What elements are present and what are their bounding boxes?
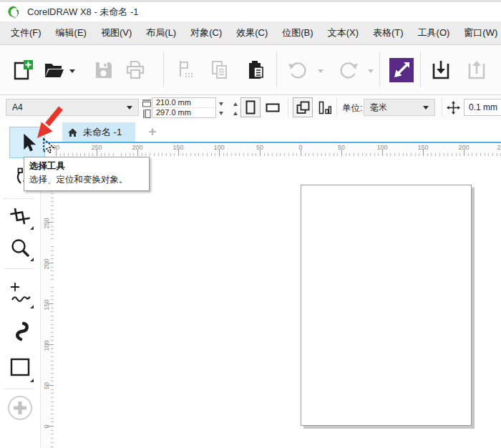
toolbox-separator <box>4 268 34 269</box>
ruler-label: 200 <box>127 144 148 151</box>
copy-button[interactable] <box>206 57 233 84</box>
open-button[interactable] <box>40 57 67 84</box>
freehand-tool-icon <box>9 281 31 306</box>
redo-dropdown-caret[interactable] <box>366 67 375 75</box>
ruler-label: 200 <box>453 144 475 151</box>
tooltip-description: 选择、定位和变换对象。 <box>29 173 144 187</box>
document-tab-bar: 未命名 -1 + <box>41 120 501 142</box>
current-page-size-button[interactable] <box>315 97 335 117</box>
menu-item-text[interactable]: 文本(X) <box>328 26 359 39</box>
freehand-tool-button[interactable] <box>6 278 34 309</box>
ruler-label: 0 <box>290 144 311 151</box>
ruler-label: 100 <box>371 144 393 151</box>
redo-button[interactable] <box>335 57 362 84</box>
paste-button[interactable] <box>242 57 269 84</box>
menu-item-window[interactable]: 窗口(W) <box>464 26 497 39</box>
menu-item-layout[interactable]: 布局(L) <box>146 26 176 39</box>
flyout-indicator <box>30 258 34 261</box>
rectangle-tool-button[interactable] <box>6 351 34 383</box>
portrait-icon <box>245 100 256 115</box>
export-icon <box>464 58 489 82</box>
menu-item-edit[interactable]: 编辑(E) <box>56 26 87 39</box>
menu-item-file[interactable]: 文件(F) <box>11 26 42 39</box>
nudge-distance-value: 0.1 mm <box>469 102 497 112</box>
horizontal-ruler[interactable]: 00 250 200 150 100 50 0 50 100 150 200 2 <box>54 143 501 156</box>
rectangle-tool-icon <box>9 355 31 379</box>
artistic-media-tool-button[interactable] <box>6 316 34 347</box>
ruler-label: 50 <box>249 144 271 151</box>
page-height-spinner[interactable] <box>219 109 238 117</box>
ruler-label: 200 <box>41 253 52 276</box>
menu-item-table[interactable]: 表格(T) <box>373 26 404 39</box>
undo-dropdown-caret[interactable] <box>316 67 325 75</box>
page-height-field[interactable]: 297.0 mm <box>152 108 215 117</box>
print-icon <box>123 58 147 82</box>
toolbar-separator <box>379 52 380 87</box>
page-bars-icon <box>318 101 331 115</box>
menu-item-effects[interactable]: 效果(C) <box>236 26 268 39</box>
home-icon <box>67 127 78 137</box>
chevron-down-icon <box>423 106 429 109</box>
pick-tool-button[interactable] <box>9 127 45 158</box>
drawing-canvas[interactable] <box>54 156 501 448</box>
chevron-down-icon <box>127 106 132 109</box>
zoom-tool-button[interactable] <box>6 233 34 262</box>
import-button[interactable] <box>427 57 454 84</box>
flyout-indicator <box>30 305 34 308</box>
portrait-orientation-button[interactable] <box>240 97 261 117</box>
toolbox-separator <box>4 389 34 389</box>
units-value: 毫米 <box>370 102 387 114</box>
menu-item-view[interactable]: 视图(V) <box>101 26 132 39</box>
new-document-button[interactable] <box>9 57 36 84</box>
flyout-indicator <box>30 379 34 382</box>
save-button[interactable] <box>90 57 117 84</box>
tooltip-title: 选择工具 <box>29 160 144 173</box>
landscape-orientation-button[interactable] <box>263 97 283 117</box>
menu-item-object[interactable]: 对象(C) <box>190 26 222 39</box>
property-bar: A4 210.0 mm 297.0 mm <box>0 95 501 121</box>
open-dropdown-caret[interactable] <box>68 67 77 75</box>
menu-item-bitmaps[interactable]: 位图(B) <box>282 26 313 39</box>
units-dropdown[interactable]: 毫米 <box>364 99 435 116</box>
crop-tool-button[interactable] <box>6 202 34 230</box>
ruler-label: 150 <box>167 144 189 151</box>
new-tab-button[interactable]: + <box>143 124 162 140</box>
save-icon <box>92 58 116 82</box>
page-dimensions-box: 210.0 mm 297.0 mm <box>152 97 216 118</box>
document-tab-active[interactable]: 未命名 -1 <box>62 122 135 142</box>
search-content-icon <box>389 57 414 83</box>
propbar-separator <box>288 98 288 117</box>
vertical-ruler[interactable]: 250 200 150 100 50 0 <box>41 156 54 448</box>
artistic-media-tool-icon <box>9 319 31 344</box>
ruler-label: 150 <box>412 144 434 151</box>
page-width-field[interactable]: 210.0 mm <box>152 98 215 107</box>
page-height-icon <box>143 109 151 119</box>
cut-button[interactable] <box>172 57 199 84</box>
document-page[interactable] <box>301 185 472 426</box>
export-button[interactable] <box>463 57 490 84</box>
paste-icon <box>243 58 268 82</box>
toolbar-separator <box>276 52 277 87</box>
menu-item-tools[interactable]: 工具(O) <box>418 26 450 39</box>
document-tab-label: 未命名 -1 <box>83 126 122 139</box>
add-tools-button[interactable] <box>6 392 34 424</box>
ruler-label: 2 <box>488 144 501 151</box>
cut-icon <box>173 58 198 82</box>
import-icon <box>429 58 453 82</box>
ruler-label: 250 <box>41 212 52 235</box>
menu-bar: 文件(F) 编辑(E) 视图(V) 布局(L) 对象(C) 效果(C) 位图(B… <box>0 21 501 45</box>
search-content-button[interactable] <box>388 57 415 84</box>
page-width-spinner[interactable] <box>219 99 238 108</box>
propbar-separator <box>442 98 442 117</box>
undo-button[interactable] <box>284 57 311 84</box>
pick-tool-icon <box>17 132 37 152</box>
landscape-icon <box>266 103 280 112</box>
flyout-indicator <box>30 226 34 230</box>
all-pages-size-button[interactable] <box>293 97 313 117</box>
undo-icon <box>286 58 310 82</box>
print-button[interactable] <box>122 57 149 84</box>
ruler-label: 100 <box>41 334 52 357</box>
nudge-distance-field[interactable]: 0.1 mm <box>464 99 501 116</box>
toolbar-separator <box>163 52 164 87</box>
page-size-dropdown[interactable]: A4 <box>6 99 139 116</box>
